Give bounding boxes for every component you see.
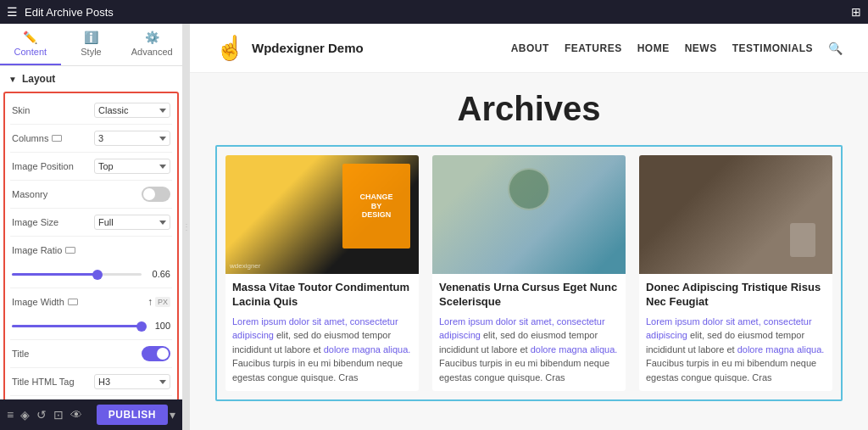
post-excerpt-3: Lorem ipsum dolor sit amet, consectetur …	[646, 315, 826, 385]
title-html-tag-select[interactable]: H3H1H2H4	[94, 374, 170, 389]
post-card: Venenatis Urna Cursus Eget Nunc Sceleris…	[432, 155, 626, 391]
image-width-unit-row: ↑ PX	[147, 296, 170, 308]
tab-style[interactable]: ℹ️ Style	[61, 24, 122, 65]
post-excerpt-2: Lorem ipsum dolor sit amet, consectetur …	[439, 315, 619, 385]
image-width-value: 100	[145, 321, 170, 331]
excerpt-lorem-1: Lorem ipsum dolor sit amet, consectetur …	[232, 316, 398, 341]
tab-advanced[interactable]: ⚙️ Advanced	[121, 24, 182, 65]
tab-content[interactable]: ✏️ Content	[0, 24, 61, 65]
style-tab-icon: ℹ️	[84, 31, 98, 44]
site-logo: ☝️ Wpdexigner Demo	[215, 34, 364, 62]
skin-row: Skin Classic	[10, 98, 172, 122]
image-ratio-track	[12, 273, 142, 276]
image-ratio-fill	[12, 273, 97, 276]
image-ratio-row: Image Ratio	[10, 238, 172, 262]
nav-features[interactable]: FEATURES	[565, 42, 622, 54]
tablet-overlay	[790, 223, 815, 257]
top-bar-title: Edit Archive Posts	[25, 6, 114, 19]
title-label: Title	[12, 349, 29, 359]
title-html-tag-label: Title HTML Tag	[12, 377, 75, 387]
post-title-3: Donec Adipiscing Tristique Risus Nec Feu…	[646, 281, 826, 310]
image-ratio-slider-row: 0.66	[10, 262, 172, 286]
image-ratio-thumb[interactable]	[92, 270, 103, 280]
content-tab-label: Content	[14, 47, 47, 57]
grid-icon[interactable]: ⊞	[851, 5, 861, 19]
nav-news[interactable]: NEWS	[685, 42, 717, 54]
image-width-thumb[interactable]	[136, 321, 147, 332]
post-image-3	[639, 155, 832, 274]
section-collapse-icon: ▼	[8, 75, 17, 84]
columns-select[interactable]: 3124	[94, 131, 170, 146]
image-width-label: Image Width	[12, 297, 78, 307]
template-icon[interactable]: ⊡	[53, 408, 64, 422]
search-icon[interactable]: 🔍	[828, 42, 843, 55]
image-ratio-value: 0.66	[145, 269, 170, 279]
nav-testimonials[interactable]: TESTIMONIALS	[732, 42, 813, 54]
nav-about[interactable]: ABOUT	[511, 42, 549, 54]
post-title-2: Venenatis Urna Cursus Eget Nunc Sceleris…	[439, 281, 619, 310]
image-size-label: Image Size	[12, 217, 58, 227]
section-label: Layout	[22, 73, 55, 85]
archives-section: Archives CHANGEBYDESIGN wdexigner Massa …	[190, 73, 868, 418]
post-content-2: Venenatis Urna Cursus Eget Nunc Sceleris…	[432, 274, 626, 391]
site-nav: ABOUT FEATURES HOME NEWS TESTIMONIALS 🔍	[511, 42, 843, 55]
layout-panel: Skin Classic Columns 3124 Image Posit	[3, 92, 179, 399]
image-width-icon	[68, 299, 78, 305]
image-position-select[interactable]: TopLeftRight	[94, 159, 170, 174]
site-name: Wpdexigner Demo	[252, 41, 364, 55]
publish-area: PUBLISH ▾	[97, 405, 175, 425]
site-header: ☝️ Wpdexigner Demo ABOUT FEATURES HOME N…	[190, 24, 868, 73]
plant-overlay	[508, 168, 550, 210]
posts-grid: CHANGEBYDESIGN wdexigner Massa Vitae Tou…	[215, 145, 843, 401]
post-image-2	[432, 155, 626, 274]
excerpt-dolore-3: dolore magna aliqua.	[737, 344, 825, 355]
preview-area: ☝️ Wpdexigner Demo ABOUT FEATURES HOME N…	[190, 24, 868, 430]
image-width-link-icon[interactable]: ↑	[147, 296, 153, 308]
columns-row: Columns 3124	[10, 126, 172, 150]
image-width-slider-row: 100	[10, 314, 172, 338]
photo-credit-1: wdexigner	[230, 262, 260, 270]
excerpt-dolore-1: dolore magna aliqua.	[324, 344, 411, 355]
image-ratio-icon	[65, 247, 75, 254]
sidebar: ✏️ Content ℹ️ Style ⚙️ Advanced ▼ Layout	[0, 24, 183, 430]
post-content-3: Donec Adipiscing Tristique Risus Nec Feu…	[639, 274, 832, 391]
image-position-label: Image Position	[12, 161, 74, 171]
history-icon[interactable]: ↺	[36, 408, 47, 422]
excerpt-dolore-2: dolore magna aliqua.	[531, 344, 618, 355]
masonry-label: Masonry	[12, 189, 47, 199]
book-overlay: CHANGEBYDESIGN	[342, 164, 410, 249]
image-width-slider-container: 100	[12, 321, 170, 331]
post-excerpt-1: Lorem ipsum dolor sit amet, consectetur …	[232, 315, 412, 385]
skin-label: Skin	[12, 105, 30, 115]
content-tab-icon: ✏️	[23, 31, 37, 44]
hamburger-icon[interactable]: ☰	[7, 5, 18, 19]
layers-icon[interactable]: ≡	[7, 408, 14, 422]
layout-section-header[interactable]: ▼ Layout	[0, 66, 182, 92]
nav-home[interactable]: HOME	[637, 42, 670, 54]
masonry-toggle[interactable]	[142, 187, 170, 202]
post-card: Donec Adipiscing Tristique Risus Nec Feu…	[639, 155, 832, 391]
publish-button[interactable]: PUBLISH	[97, 405, 168, 425]
publish-dropdown-icon[interactable]: ▾	[170, 408, 175, 422]
navigator-icon[interactable]: ◈	[20, 408, 30, 422]
title-row: Title	[10, 342, 172, 366]
px-badge: PX	[155, 297, 170, 307]
book-text: CHANGEBYDESIGN	[359, 193, 392, 220]
skin-select[interactable]: Classic	[94, 103, 170, 118]
excerpt-lorem-3: Lorem ipsum dolor sit amet, consectetur …	[646, 316, 812, 341]
top-bar: ☰ Edit Archive Posts ⊞	[0, 0, 868, 24]
post-card: CHANGEBYDESIGN wdexigner Massa Vitae Tou…	[225, 155, 419, 391]
preview-icon[interactable]: 👁	[70, 408, 82, 422]
style-tab-label: Style	[81, 47, 101, 57]
image-position-row: Image Position TopLeftRight	[10, 154, 172, 178]
bottom-toolbar: ≡ ◈ ↺ ⊡ 👁 PUBLISH ▾	[0, 399, 182, 430]
image-ratio-slider-container: 0.66	[12, 269, 170, 279]
resize-handle[interactable]: ⋮	[183, 24, 190, 430]
image-size-select[interactable]: FullMediumThumbnail	[94, 215, 170, 230]
tab-bar: ✏️ Content ℹ️ Style ⚙️ Advanced	[0, 24, 182, 66]
bottom-tools: ≡ ◈ ↺ ⊡ 👁	[7, 408, 82, 422]
post-title-1: Massa Vitae Toutor Condimentum Lacinia Q…	[232, 281, 412, 310]
sidebar-content: ▼ Layout Skin Classic Columns 3124	[0, 66, 182, 399]
post-content-1: Massa Vitae Toutor Condimentum Lacinia Q…	[225, 274, 419, 391]
title-toggle[interactable]	[142, 346, 170, 361]
